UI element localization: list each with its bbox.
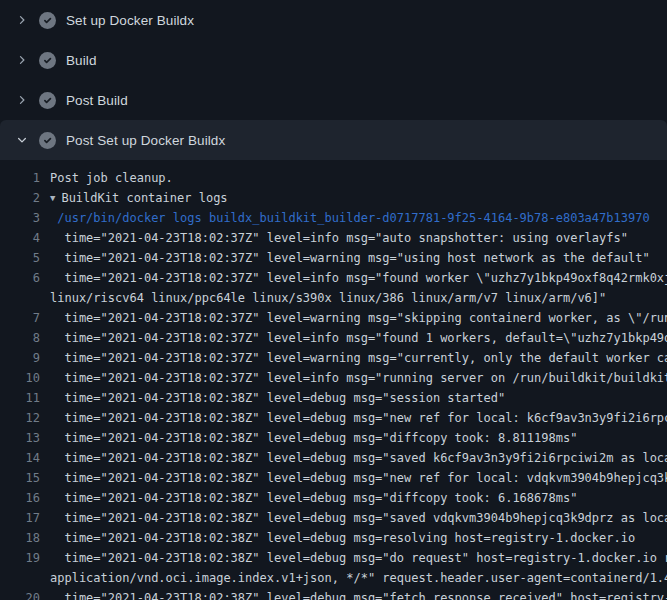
line-number[interactable]: 13 <box>0 428 40 448</box>
log-viewer: 1Post job cleanup.2▼BuildKit container l… <box>0 160 667 600</box>
log-line: 4 time="2021-04-23T18:02:37Z" level=info… <box>0 228 667 248</box>
line-number[interactable]: 14 <box>0 448 40 468</box>
log-line: 8 time="2021-04-23T18:02:37Z" level=info… <box>0 328 667 348</box>
line-number[interactable]: 20 <box>0 588 40 600</box>
log-text-content: /usr/bin/docker logs buildx_buildkit_bui… <box>50 211 650 225</box>
log-line: linux/riscv64 linux/ppc64le linux/s390x … <box>0 288 667 308</box>
log-text: /usr/bin/docker logs buildx_buildkit_bui… <box>40 208 650 228</box>
step-row[interactable]: Post Set up Docker Buildx <box>0 120 667 160</box>
line-number[interactable]: 4 <box>0 228 40 248</box>
log-text-content: application/vnd.oci.image.index.v1+json,… <box>50 571 667 585</box>
log-text: time="2021-04-23T18:02:38Z" level=debug … <box>40 448 667 468</box>
log-text: linux/riscv64 linux/ppc64le linux/s390x … <box>40 288 606 308</box>
line-number[interactable]: 7 <box>0 308 40 328</box>
log-line: 18 time="2021-04-23T18:02:38Z" level=deb… <box>0 528 667 548</box>
check-circle-icon <box>39 12 56 29</box>
log-text-content: time="2021-04-23T18:02:37Z" level=warnin… <box>50 311 667 325</box>
line-number[interactable]: 10 <box>0 368 40 388</box>
line-number[interactable]: 2 <box>0 188 40 208</box>
log-text-content: time="2021-04-23T18:02:38Z" level=debug … <box>50 491 577 505</box>
log-text-content: time="2021-04-23T18:02:38Z" level=debug … <box>50 451 667 465</box>
log-line: 2▼BuildKit container logs <box>0 188 667 208</box>
log-text: time="2021-04-23T18:02:38Z" level=debug … <box>40 508 667 528</box>
log-line: 20 time="2021-04-23T18:02:38Z" level=deb… <box>0 588 667 600</box>
log-text-content: time="2021-04-23T18:02:37Z" level=info m… <box>50 271 667 285</box>
line-number[interactable]: 8 <box>0 328 40 348</box>
log-line: 11 time="2021-04-23T18:02:38Z" level=deb… <box>0 388 667 408</box>
line-number[interactable]: 19 <box>0 548 40 568</box>
chevron-right-icon[interactable] <box>14 12 30 28</box>
line-number[interactable]: 18 <box>0 528 40 548</box>
log-text: time="2021-04-23T18:02:37Z" level=info m… <box>40 328 667 348</box>
log-text: time="2021-04-23T18:02:37Z" level=info m… <box>40 368 667 388</box>
line-number[interactable]: 1 <box>0 168 40 188</box>
log-text: time="2021-04-23T18:02:37Z" level=warnin… <box>40 348 667 368</box>
log-text-content: time="2021-04-23T18:02:38Z" level=debug … <box>50 411 667 425</box>
step-row[interactable]: Build <box>0 40 667 80</box>
log-text-content: Post job cleanup. <box>50 171 173 185</box>
line-number[interactable]: 5 <box>0 248 40 268</box>
step-row[interactable]: Post Build <box>0 80 667 120</box>
line-number[interactable]: 6 <box>0 268 40 288</box>
log-text-content: BuildKit container logs <box>61 191 227 205</box>
step-label: Set up Docker Buildx <box>66 13 194 28</box>
log-line: 12 time="2021-04-23T18:02:38Z" level=deb… <box>0 408 667 428</box>
line-number[interactable] <box>0 568 40 588</box>
log-text-content: time="2021-04-23T18:02:38Z" level=debug … <box>50 531 635 545</box>
log-line: 14 time="2021-04-23T18:02:38Z" level=deb… <box>0 448 667 468</box>
line-number[interactable]: 16 <box>0 488 40 508</box>
log-text-content: time="2021-04-23T18:02:37Z" level=info m… <box>50 371 667 385</box>
log-line: 10 time="2021-04-23T18:02:37Z" level=inf… <box>0 368 667 388</box>
log-line: 5 time="2021-04-23T18:02:37Z" level=warn… <box>0 248 667 268</box>
step-label: Post Set up Docker Buildx <box>66 133 225 148</box>
chevron-right-icon[interactable] <box>14 52 30 68</box>
line-number[interactable] <box>0 288 40 308</box>
log-line: 3 /usr/bin/docker logs buildx_buildkit_b… <box>0 208 667 228</box>
log-text-content: time="2021-04-23T18:02:38Z" level=debug … <box>50 391 505 405</box>
check-circle-icon <box>39 52 56 69</box>
log-text-content: time="2021-04-23T18:02:37Z" level=info m… <box>50 231 628 245</box>
log-text: time="2021-04-23T18:02:38Z" level=debug … <box>40 468 667 488</box>
log-group-collapse-icon[interactable]: ▼ <box>50 188 55 208</box>
log-text-content: time="2021-04-23T18:02:38Z" level=debug … <box>50 431 577 445</box>
log-line: 16 time="2021-04-23T18:02:38Z" level=deb… <box>0 488 667 508</box>
log-line: 13 time="2021-04-23T18:02:38Z" level=deb… <box>0 428 667 448</box>
log-text: Post job cleanup. <box>40 168 173 188</box>
check-circle-icon <box>39 92 56 109</box>
line-number[interactable]: 9 <box>0 348 40 368</box>
log-text-content: linux/riscv64 linux/ppc64le linux/s390x … <box>50 291 606 305</box>
log-text: time="2021-04-23T18:02:37Z" level=info m… <box>40 228 628 248</box>
log-line: 6 time="2021-04-23T18:02:37Z" level=info… <box>0 268 667 288</box>
line-number[interactable]: 15 <box>0 468 40 488</box>
line-number[interactable]: 11 <box>0 388 40 408</box>
line-number[interactable]: 3 <box>0 208 40 228</box>
log-text: time="2021-04-23T18:02:38Z" level=debug … <box>40 588 667 600</box>
log-line: 19 time="2021-04-23T18:02:38Z" level=deb… <box>0 548 667 568</box>
step-label: Post Build <box>66 93 128 108</box>
log-text: ▼BuildKit container logs <box>40 188 228 208</box>
chevron-right-icon[interactable] <box>14 92 30 108</box>
log-text-content: time="2021-04-23T18:02:37Z" level=info m… <box>50 331 667 345</box>
log-text: application/vnd.oci.image.index.v1+json,… <box>40 568 667 588</box>
log-text-content: time="2021-04-23T18:02:38Z" level=debug … <box>50 471 667 485</box>
step-row[interactable]: Set up Docker Buildx <box>0 0 667 40</box>
log-line: 15 time="2021-04-23T18:02:38Z" level=deb… <box>0 468 667 488</box>
line-number[interactable]: 12 <box>0 408 40 428</box>
log-text: time="2021-04-23T18:02:38Z" level=debug … <box>40 408 667 428</box>
log-text: time="2021-04-23T18:02:38Z" level=debug … <box>40 388 505 408</box>
step-label: Build <box>66 53 97 68</box>
log-text: time="2021-04-23T18:02:38Z" level=debug … <box>40 548 667 568</box>
log-line: 7 time="2021-04-23T18:02:37Z" level=warn… <box>0 308 667 328</box>
line-number[interactable]: 17 <box>0 508 40 528</box>
log-text: time="2021-04-23T18:02:37Z" level=warnin… <box>40 308 667 328</box>
log-text: time="2021-04-23T18:02:38Z" level=debug … <box>40 528 635 548</box>
chevron-down-icon[interactable] <box>14 132 30 148</box>
log-line: 17 time="2021-04-23T18:02:38Z" level=deb… <box>0 508 667 528</box>
log-text-content: time="2021-04-23T18:02:38Z" level=debug … <box>50 551 667 565</box>
log-text: time="2021-04-23T18:02:38Z" level=debug … <box>40 488 577 508</box>
log-line: application/vnd.oci.image.index.v1+json,… <box>0 568 667 588</box>
log-line: 1Post job cleanup. <box>0 168 667 188</box>
log-text: time="2021-04-23T18:02:37Z" level=info m… <box>40 268 667 288</box>
log-text-content: time="2021-04-23T18:02:37Z" level=warnin… <box>50 351 667 365</box>
log-text-content: time="2021-04-23T18:02:37Z" level=warnin… <box>50 251 650 265</box>
